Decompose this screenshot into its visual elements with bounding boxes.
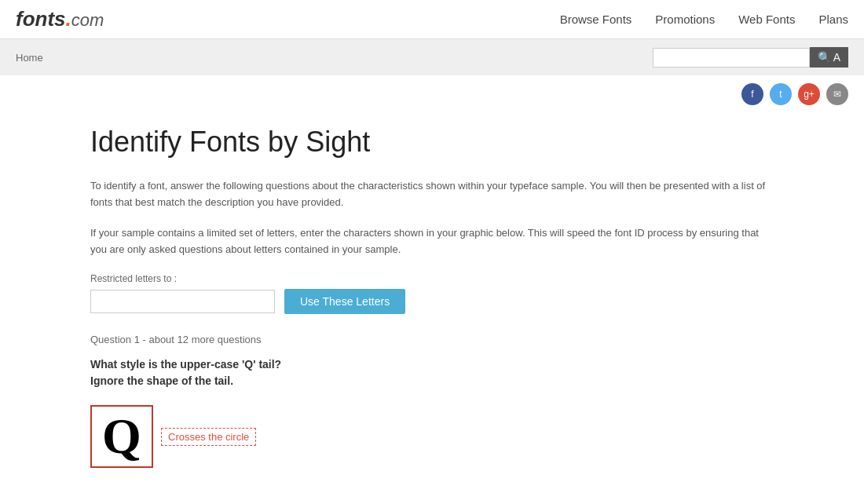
nav-plans[interactable]: Plans (818, 13, 848, 26)
google-icon[interactable]: g+ (798, 83, 820, 105)
logo-bold: fonts.com (16, 7, 104, 31)
restricted-letters-input[interactable] (90, 290, 275, 313)
logo[interactable]: fonts.com (16, 7, 104, 31)
nav-promotions[interactable]: Promotions (655, 13, 715, 26)
restricted-row: Use These Letters (90, 289, 774, 314)
question-meta: Question 1 - about 12 more questions (90, 334, 774, 345)
main-nav: Browse Fonts Promotions Web Fonts Plans (560, 13, 848, 26)
main-content: Identify Fonts by Sight To identify a fo… (0, 109, 864, 499)
option-label-crosses-circle[interactable]: Crosses the circle (161, 428, 256, 446)
font-option-crosses-circle[interactable]: Q Crosses the circle (90, 405, 256, 468)
font-options: Q Crosses the circle (90, 405, 774, 468)
nav-browse-fonts[interactable]: Browse Fonts (560, 13, 632, 26)
search-button[interactable]: 🔍 A (810, 47, 848, 68)
nav-web-fonts[interactable]: Web Fonts (738, 13, 795, 26)
search-area: 🔍 A (653, 47, 848, 68)
breadcrumb-bar: Home 🔍 A (0, 39, 864, 75)
facebook-icon[interactable]: f (741, 83, 763, 105)
question-line-2: Ignore the shape of the tail. (90, 373, 774, 389)
header: fonts.com Browse Fonts Promotions Web Fo… (0, 0, 864, 39)
restricted-section: Restricted letters to : Use These Letter… (90, 273, 774, 314)
email-icon[interactable]: ✉ (826, 83, 848, 105)
restricted-label: Restricted letters to : (90, 273, 774, 284)
question-line-1: What style is the upper-case 'Q' tail? (90, 356, 774, 373)
social-row: f t g+ ✉ (0, 75, 864, 109)
search-input[interactable] (653, 48, 810, 68)
breadcrumb-home[interactable]: Home (16, 52, 43, 64)
question-text: What style is the upper-case 'Q' tail? I… (90, 356, 774, 389)
description-section: To identify a font, answer the following… (90, 178, 774, 257)
description-paragraph-2: If your sample contains a limited set of… (90, 225, 774, 258)
page-title: Identify Fonts by Sight (90, 125, 774, 159)
use-letters-button[interactable]: Use These Letters (284, 289, 405, 314)
font-preview-q: Q (90, 405, 153, 468)
description-paragraph-1: To identify a font, answer the following… (90, 178, 774, 211)
twitter-icon[interactable]: t (770, 83, 792, 105)
